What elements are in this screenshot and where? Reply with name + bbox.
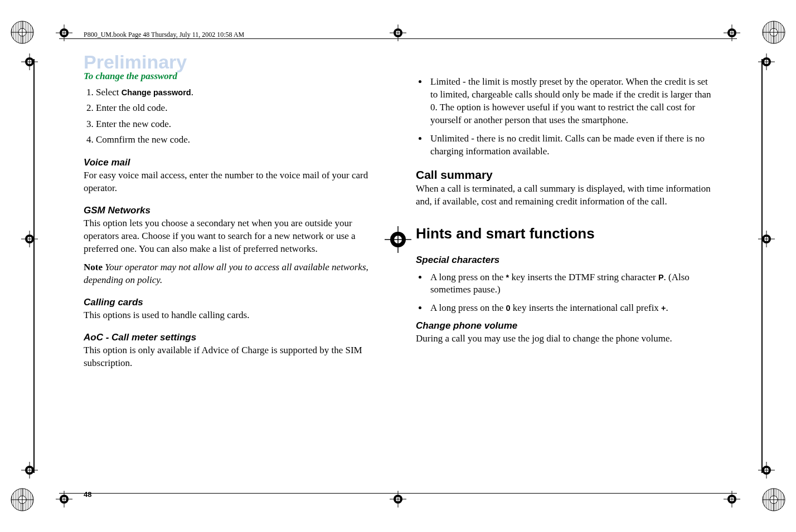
list-item: A long press on the * key inserts the DT… xyxy=(428,271,712,297)
left-column: Preliminary To change the password Selec… xyxy=(84,51,380,487)
text-run: A long press on the xyxy=(430,272,506,282)
right-column: Limited - the limit is mostly preset by … xyxy=(416,51,712,487)
print-trim-bar xyxy=(33,59,35,473)
paragraph: This option is only available if Advice … xyxy=(84,344,380,370)
step-item: Select Change password. xyxy=(96,85,380,100)
note-body: Your operator may not allow all you to a… xyxy=(84,262,368,285)
crosshair-icon xyxy=(21,231,38,247)
heading-hints: Hints and smart functions xyxy=(416,225,712,242)
crosshair-icon xyxy=(758,462,775,479)
paragraph: For easy voice mail access, enter the nu… xyxy=(84,169,380,195)
list-item: Unlimited - there is no credit limit. Ca… xyxy=(428,133,712,158)
crosshair-icon xyxy=(21,53,38,70)
procedure-title: To change the password xyxy=(84,71,380,82)
print-registration-mark xyxy=(761,20,786,45)
paragraph: When a call is terminated, a call summar… xyxy=(416,183,712,208)
document-header: P800_UM.book Page 48 Thursday, July 11, … xyxy=(84,31,244,39)
step-item: Enter the new code. xyxy=(96,117,380,131)
paragraph: This option lets you choose a secondary … xyxy=(84,217,380,256)
text-run: key inserts the international call prefi… xyxy=(511,302,662,313)
text-run: . xyxy=(666,302,668,313)
crosshair-icon xyxy=(724,491,740,507)
print-registration-mark xyxy=(10,487,35,512)
bullet-list: Limited - the limit is mostly preset by … xyxy=(428,76,712,158)
note-label: Note xyxy=(84,262,105,272)
step-text: Select xyxy=(96,87,122,97)
paragraph: This options is used to handle calling c… xyxy=(84,309,380,322)
crosshair-icon xyxy=(390,25,406,41)
key-label: P xyxy=(658,273,664,282)
text-run: A long press on the xyxy=(430,302,506,313)
crosshair-icon xyxy=(724,25,740,41)
list-item: A long press on the 0 key inserts the in… xyxy=(428,302,712,315)
print-registration-mark xyxy=(10,20,35,45)
crosshair-icon xyxy=(21,462,38,479)
print-registration-mark xyxy=(761,487,786,512)
heading-call-summary: Call summary xyxy=(416,168,712,182)
ui-label: Change password xyxy=(122,88,191,97)
bullet-list: A long press on the * key inserts the DT… xyxy=(428,271,712,315)
crosshair-icon xyxy=(758,53,775,70)
note: Note Your operator may not allow all you… xyxy=(84,261,380,287)
crosshair-icon xyxy=(758,231,775,247)
subheading-aoc: AoC - Call meter settings xyxy=(84,332,380,343)
key-label: + xyxy=(661,304,666,313)
paragraph: During a call you may use the jog dial t… xyxy=(416,333,712,345)
print-trim-bar xyxy=(761,59,763,473)
step-item: Enter the old code. xyxy=(96,101,380,115)
subheading-gsm-networks: GSM Networks xyxy=(84,205,380,216)
subheading-special-characters: Special characters xyxy=(416,255,712,266)
subheading-voice-mail: Voice mail xyxy=(84,157,380,168)
page-number: 48 xyxy=(84,490,91,499)
step-text: . xyxy=(191,87,193,97)
subheading-calling-cards: Calling cards xyxy=(84,297,380,308)
text-run: key inserts the DTMF string character xyxy=(509,272,658,282)
list-item: Limited - the limit is mostly preset by … xyxy=(428,76,712,127)
page-body: Preliminary To change the password Selec… xyxy=(84,51,712,487)
key-label: 0 xyxy=(506,304,511,313)
subheading-change-phone-volume: Change phone volume xyxy=(416,320,712,331)
crosshair-icon xyxy=(56,491,72,507)
watermark-text: Preliminary xyxy=(84,51,380,73)
crosshair-icon xyxy=(390,491,406,507)
procedure-steps: Select Change password. Enter the old co… xyxy=(96,85,380,147)
crosshair-icon xyxy=(56,25,72,41)
step-item: Comnfirm the new code. xyxy=(96,133,380,147)
